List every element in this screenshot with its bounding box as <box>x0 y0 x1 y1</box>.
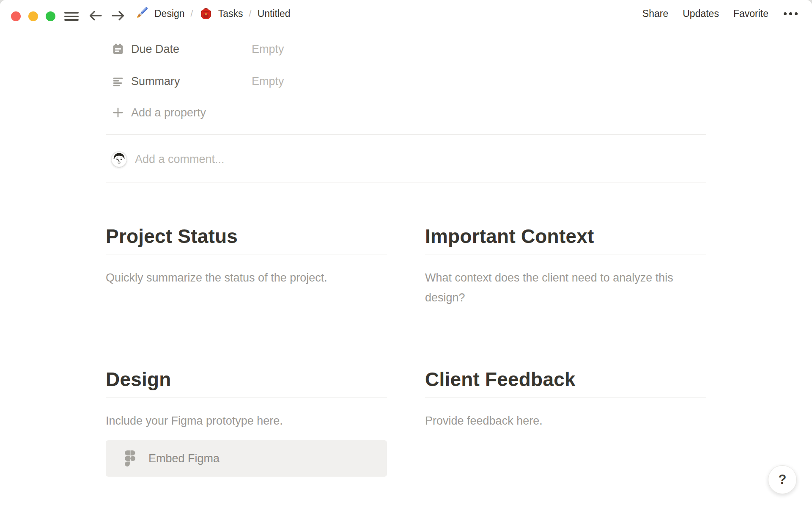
topbar-actions: Share Updates Favorite <box>642 0 798 27</box>
arrow-right-icon[interactable] <box>110 9 126 22</box>
section-body: Quickly summarize the status of the proj… <box>106 268 365 288</box>
more-options-icon[interactable] <box>783 11 798 17</box>
help-label: ? <box>779 472 787 487</box>
page-properties: Due Date Empty Summary Empty Add a <box>106 41 706 120</box>
hamburger-menu-icon[interactable] <box>64 12 79 21</box>
add-comment-area[interactable]: Add a comment... <box>106 146 706 173</box>
property-row-due-date[interactable]: Due Date Empty <box>106 41 706 58</box>
breadcrumb-label: Untitled <box>258 8 291 19</box>
section-design: Design Include your Figma prototype here… <box>106 355 387 477</box>
notion-window: Design / Tasks / Untitled <box>0 0 812 508</box>
section-important-context: Important Context What context does the … <box>425 212 706 308</box>
breadcrumb-item-tasks[interactable]: Tasks <box>199 7 243 20</box>
breadcrumb-label: Tasks <box>218 8 243 19</box>
zoom-button[interactable] <box>46 11 55 21</box>
embed-figma-label: Embed Figma <box>148 452 219 465</box>
section-project-status: Project Status Quickly summarize the sta… <box>106 212 387 308</box>
calendar-icon <box>112 43 124 55</box>
updates-button[interactable]: Updates <box>683 8 719 19</box>
add-property-button[interactable]: Add a property <box>106 105 706 120</box>
embed-figma-button[interactable]: Embed Figma <box>106 440 387 477</box>
section-body: Include your Figma prototype here. <box>106 411 365 431</box>
property-row-summary[interactable]: Summary Empty <box>106 73 706 90</box>
add-property-label: Add a property <box>131 106 206 119</box>
section-client-feedback: Client Feedback Provide feedback here. <box>425 355 706 477</box>
section-title: Design <box>106 367 387 398</box>
share-button[interactable]: Share <box>642 8 668 19</box>
window-controls <box>11 11 55 21</box>
property-value[interactable]: Empty <box>252 43 284 56</box>
breadcrumb-item-design[interactable]: Design <box>134 6 185 21</box>
text-lines-icon <box>112 75 124 88</box>
section-title: Project Status <box>106 224 387 254</box>
property-label: Summary <box>131 75 180 88</box>
breadcrumb-label: Design <box>154 8 185 19</box>
section-body: Provide feedback here. <box>425 411 684 431</box>
figma-icon <box>125 450 135 467</box>
property-value[interactable]: Empty <box>252 75 284 88</box>
section-title: Client Feedback <box>425 367 706 398</box>
paintbrush-emoji-icon <box>134 6 149 21</box>
breadcrumb-separator: / <box>191 8 193 19</box>
window-titlebar: Design / Tasks / Untitled <box>0 0 812 27</box>
columns-row-1: Project Status Quickly summarize the sta… <box>106 212 706 308</box>
section-body: What context does the client need to ana… <box>425 268 684 308</box>
plus-icon <box>112 106 124 119</box>
section-title: Important Context <box>425 224 706 254</box>
divider <box>106 182 706 182</box>
help-button[interactable]: ? <box>768 465 797 494</box>
divider <box>106 134 706 135</box>
comment-placeholder: Add a comment... <box>135 153 225 166</box>
user-avatar <box>111 152 127 167</box>
backpack-emoji-icon <box>199 7 213 20</box>
columns-row-2: Design Include your Figma prototype here… <box>106 355 706 477</box>
breadcrumb-separator: / <box>249 8 252 19</box>
arrow-left-icon[interactable] <box>88 9 103 22</box>
favorite-button[interactable]: Favorite <box>733 8 768 19</box>
breadcrumb: Design / Tasks / Untitled <box>134 0 291 27</box>
minimize-button[interactable] <box>28 11 38 21</box>
property-label: Due Date <box>131 43 179 56</box>
close-button[interactable] <box>11 11 21 21</box>
breadcrumb-item-untitled[interactable]: Untitled <box>258 8 291 19</box>
